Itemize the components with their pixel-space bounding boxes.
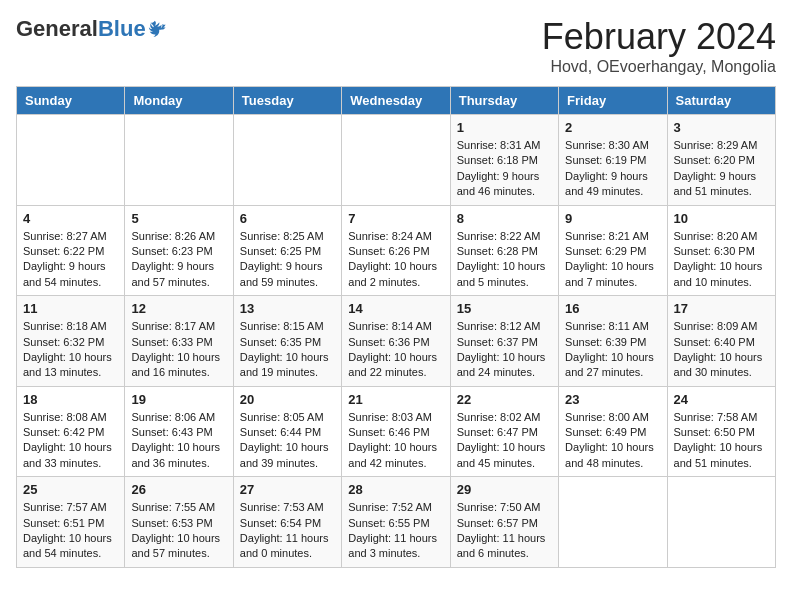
logo-blue-text: Blue xyxy=(98,16,146,42)
calendar-title: February 2024 xyxy=(542,16,776,58)
day-number: 17 xyxy=(674,301,769,316)
day-cell: 27Sunrise: 7:53 AM Sunset: 6:54 PM Dayli… xyxy=(233,477,341,568)
day-info: Sunrise: 8:12 AM Sunset: 6:37 PM Dayligh… xyxy=(457,319,552,381)
day-number: 18 xyxy=(23,392,118,407)
day-cell: 9Sunrise: 8:21 AM Sunset: 6:29 PM Daylig… xyxy=(559,205,667,296)
day-number: 6 xyxy=(240,211,335,226)
day-cell xyxy=(233,115,341,206)
logo-general-text: General xyxy=(16,16,98,42)
day-cell: 21Sunrise: 8:03 AM Sunset: 6:46 PM Dayli… xyxy=(342,386,450,477)
day-cell: 11Sunrise: 8:18 AM Sunset: 6:32 PM Dayli… xyxy=(17,296,125,387)
week-row-1: 4Sunrise: 8:27 AM Sunset: 6:22 PM Daylig… xyxy=(17,205,776,296)
header-thursday: Thursday xyxy=(450,87,558,115)
day-number: 15 xyxy=(457,301,552,316)
day-info: Sunrise: 7:53 AM Sunset: 6:54 PM Dayligh… xyxy=(240,500,335,562)
day-number: 9 xyxy=(565,211,660,226)
week-row-2: 11Sunrise: 8:18 AM Sunset: 6:32 PM Dayli… xyxy=(17,296,776,387)
day-cell: 28Sunrise: 7:52 AM Sunset: 6:55 PM Dayli… xyxy=(342,477,450,568)
day-cell: 20Sunrise: 8:05 AM Sunset: 6:44 PM Dayli… xyxy=(233,386,341,477)
logo: General Blue xyxy=(16,16,168,42)
day-cell: 26Sunrise: 7:55 AM Sunset: 6:53 PM Dayli… xyxy=(125,477,233,568)
day-number: 2 xyxy=(565,120,660,135)
day-cell xyxy=(342,115,450,206)
day-cell: 24Sunrise: 7:58 AM Sunset: 6:50 PM Dayli… xyxy=(667,386,775,477)
day-number: 12 xyxy=(131,301,226,316)
header-monday: Monday xyxy=(125,87,233,115)
day-number: 14 xyxy=(348,301,443,316)
day-cell: 25Sunrise: 7:57 AM Sunset: 6:51 PM Dayli… xyxy=(17,477,125,568)
day-info: Sunrise: 8:08 AM Sunset: 6:42 PM Dayligh… xyxy=(23,410,118,472)
header-sunday: Sunday xyxy=(17,87,125,115)
week-row-4: 25Sunrise: 7:57 AM Sunset: 6:51 PM Dayli… xyxy=(17,477,776,568)
day-cell: 17Sunrise: 8:09 AM Sunset: 6:40 PM Dayli… xyxy=(667,296,775,387)
header-saturday: Saturday xyxy=(667,87,775,115)
day-number: 26 xyxy=(131,482,226,497)
day-info: Sunrise: 7:55 AM Sunset: 6:53 PM Dayligh… xyxy=(131,500,226,562)
day-number: 28 xyxy=(348,482,443,497)
day-number: 27 xyxy=(240,482,335,497)
day-info: Sunrise: 8:14 AM Sunset: 6:36 PM Dayligh… xyxy=(348,319,443,381)
day-number: 16 xyxy=(565,301,660,316)
day-cell: 19Sunrise: 8:06 AM Sunset: 6:43 PM Dayli… xyxy=(125,386,233,477)
day-info: Sunrise: 8:21 AM Sunset: 6:29 PM Dayligh… xyxy=(565,229,660,291)
day-number: 25 xyxy=(23,482,118,497)
day-cell: 3Sunrise: 8:29 AM Sunset: 6:20 PM Daylig… xyxy=(667,115,775,206)
day-number: 20 xyxy=(240,392,335,407)
day-info: Sunrise: 8:20 AM Sunset: 6:30 PM Dayligh… xyxy=(674,229,769,291)
day-number: 24 xyxy=(674,392,769,407)
day-info: Sunrise: 8:24 AM Sunset: 6:26 PM Dayligh… xyxy=(348,229,443,291)
day-info: Sunrise: 8:26 AM Sunset: 6:23 PM Dayligh… xyxy=(131,229,226,291)
title-area: February 2024 Hovd, OEvoerhangay, Mongol… xyxy=(542,16,776,76)
day-info: Sunrise: 8:17 AM Sunset: 6:33 PM Dayligh… xyxy=(131,319,226,381)
week-row-3: 18Sunrise: 8:08 AM Sunset: 6:42 PM Dayli… xyxy=(17,386,776,477)
day-cell xyxy=(559,477,667,568)
day-info: Sunrise: 7:50 AM Sunset: 6:57 PM Dayligh… xyxy=(457,500,552,562)
day-info: Sunrise: 7:52 AM Sunset: 6:55 PM Dayligh… xyxy=(348,500,443,562)
day-cell: 15Sunrise: 8:12 AM Sunset: 6:37 PM Dayli… xyxy=(450,296,558,387)
day-cell: 22Sunrise: 8:02 AM Sunset: 6:47 PM Dayli… xyxy=(450,386,558,477)
day-cell: 29Sunrise: 7:50 AM Sunset: 6:57 PM Dayli… xyxy=(450,477,558,568)
day-cell: 5Sunrise: 8:26 AM Sunset: 6:23 PM Daylig… xyxy=(125,205,233,296)
day-cell: 1Sunrise: 8:31 AM Sunset: 6:18 PM Daylig… xyxy=(450,115,558,206)
day-number: 3 xyxy=(674,120,769,135)
day-number: 19 xyxy=(131,392,226,407)
day-cell: 23Sunrise: 8:00 AM Sunset: 6:49 PM Dayli… xyxy=(559,386,667,477)
day-cell: 8Sunrise: 8:22 AM Sunset: 6:28 PM Daylig… xyxy=(450,205,558,296)
header-row: SundayMondayTuesdayWednesdayThursdayFrid… xyxy=(17,87,776,115)
day-cell: 12Sunrise: 8:17 AM Sunset: 6:33 PM Dayli… xyxy=(125,296,233,387)
day-cell: 14Sunrise: 8:14 AM Sunset: 6:36 PM Dayli… xyxy=(342,296,450,387)
day-info: Sunrise: 8:18 AM Sunset: 6:32 PM Dayligh… xyxy=(23,319,118,381)
day-info: Sunrise: 8:27 AM Sunset: 6:22 PM Dayligh… xyxy=(23,229,118,291)
day-cell: 6Sunrise: 8:25 AM Sunset: 6:25 PM Daylig… xyxy=(233,205,341,296)
day-info: Sunrise: 8:22 AM Sunset: 6:28 PM Dayligh… xyxy=(457,229,552,291)
day-number: 23 xyxy=(565,392,660,407)
day-number: 10 xyxy=(674,211,769,226)
day-info: Sunrise: 8:02 AM Sunset: 6:47 PM Dayligh… xyxy=(457,410,552,472)
day-cell xyxy=(667,477,775,568)
page-header: General Blue February 2024 Hovd, OEvoerh… xyxy=(16,16,776,76)
day-info: Sunrise: 7:57 AM Sunset: 6:51 PM Dayligh… xyxy=(23,500,118,562)
day-number: 21 xyxy=(348,392,443,407)
day-info: Sunrise: 8:09 AM Sunset: 6:40 PM Dayligh… xyxy=(674,319,769,381)
day-info: Sunrise: 8:30 AM Sunset: 6:19 PM Dayligh… xyxy=(565,138,660,200)
day-number: 8 xyxy=(457,211,552,226)
day-cell: 4Sunrise: 8:27 AM Sunset: 6:22 PM Daylig… xyxy=(17,205,125,296)
day-info: Sunrise: 8:05 AM Sunset: 6:44 PM Dayligh… xyxy=(240,410,335,472)
day-number: 7 xyxy=(348,211,443,226)
day-cell xyxy=(17,115,125,206)
logo-bird-icon xyxy=(148,19,168,39)
day-number: 1 xyxy=(457,120,552,135)
day-number: 13 xyxy=(240,301,335,316)
day-info: Sunrise: 8:15 AM Sunset: 6:35 PM Dayligh… xyxy=(240,319,335,381)
day-cell: 7Sunrise: 8:24 AM Sunset: 6:26 PM Daylig… xyxy=(342,205,450,296)
day-cell: 13Sunrise: 8:15 AM Sunset: 6:35 PM Dayli… xyxy=(233,296,341,387)
day-info: Sunrise: 8:06 AM Sunset: 6:43 PM Dayligh… xyxy=(131,410,226,472)
day-cell: 10Sunrise: 8:20 AM Sunset: 6:30 PM Dayli… xyxy=(667,205,775,296)
header-friday: Friday xyxy=(559,87,667,115)
day-number: 4 xyxy=(23,211,118,226)
day-info: Sunrise: 8:00 AM Sunset: 6:49 PM Dayligh… xyxy=(565,410,660,472)
calendar-table: SundayMondayTuesdayWednesdayThursdayFrid… xyxy=(16,86,776,568)
week-row-0: 1Sunrise: 8:31 AM Sunset: 6:18 PM Daylig… xyxy=(17,115,776,206)
day-info: Sunrise: 8:11 AM Sunset: 6:39 PM Dayligh… xyxy=(565,319,660,381)
day-info: Sunrise: 8:29 AM Sunset: 6:20 PM Dayligh… xyxy=(674,138,769,200)
